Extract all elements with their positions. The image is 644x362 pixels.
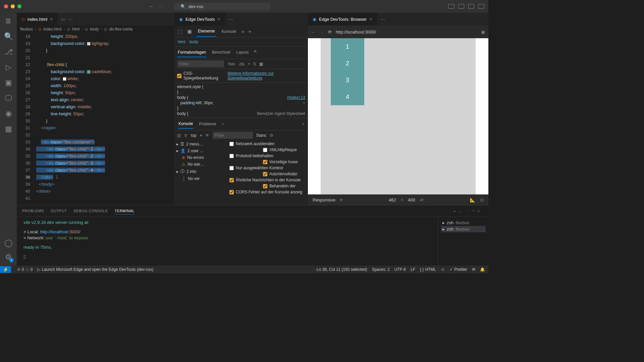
clear-icon[interactable]: ⊘: [184, 133, 187, 138]
tab-index-html[interactable]: ◇ index.html ×: [17, 13, 58, 25]
run-debug-icon[interactable]: ▷: [4, 63, 13, 72]
level-selector[interactable]: Stanc: [256, 133, 267, 138]
forward-icon[interactable]: →: [320, 29, 324, 35]
chevron-right-icon[interactable]: ▸: [176, 142, 178, 146]
code-content[interactable]: height: 200px; background-color: lightgr…: [36, 33, 174, 205]
focus-icon[interactable]: ◎: [480, 197, 484, 202]
bc-folder[interactable]: flexbox: [20, 27, 33, 32]
console-filter-input[interactable]: [213, 132, 253, 139]
command-center[interactable]: 🔍 dev-css: [174, 3, 271, 10]
plus-icon[interactable]: +: [303, 100, 305, 106]
gear-icon[interactable]: ⚙: [270, 133, 273, 138]
prettier-status[interactable]: ✓ Prettier: [449, 267, 467, 272]
rotate-icon[interactable]: ⇄: [420, 197, 424, 202]
url-bar[interactable]: http://localhost:3000/: [336, 29, 477, 35]
bc-body[interactable]: body: [90, 27, 99, 32]
account-icon[interactable]: ◯: [4, 239, 13, 247]
back-arrow-icon[interactable]: ←: [149, 3, 154, 9]
more-icon[interactable]: ⋯: [465, 209, 469, 213]
code-editor[interactable]: flexbox› ◇index.html› ◇html› ◇body› ◇div…: [17, 25, 174, 205]
cursor-position[interactable]: Ln 38, Col 11 (192 selected): [317, 267, 367, 272]
styles-filter-input[interactable]: [177, 60, 224, 67]
cls-toggle[interactable]: .cls: [238, 62, 245, 66]
bc-div[interactable]: div.flex-conta: [109, 27, 132, 32]
search-icon[interactable]: 🔍: [4, 32, 13, 41]
dom-breadcrumb[interactable]: html body: [174, 38, 308, 47]
rule-source-link[interactable]: (Index):13: [287, 95, 305, 100]
tab-output[interactable]: OUTPUT: [51, 207, 67, 215]
more-tabs-icon[interactable]: »: [241, 28, 244, 34]
more-icon[interactable]: ⋯: [381, 17, 385, 22]
errors-row[interactable]: No errors: [187, 155, 204, 160]
maximize-window[interactable]: [17, 4, 21, 8]
split-editor-icon[interactable]: ▭: [61, 17, 65, 22]
css-val[interactable]: 30px;: [204, 101, 213, 105]
bc-body[interactable]: body: [190, 40, 198, 44]
tab-formatvorlagen[interactable]: Formatvorlagen: [177, 48, 207, 57]
opt-checkbox[interactable]: [229, 178, 234, 182]
user-row[interactable]: 2 user …: [187, 148, 204, 153]
layout-icon[interactable]: [458, 4, 464, 9]
bc-file[interactable]: index.html: [43, 27, 62, 32]
forward-arrow-icon[interactable]: →: [158, 3, 164, 9]
copy-icon[interactable]: ⎘: [254, 62, 256, 66]
breadcrumb[interactable]: flexbox› ◇index.html› ◇html› ◇body› ◇div…: [17, 25, 174, 33]
feedback-icon[interactable]: ☺: [441, 267, 445, 272]
language-mode[interactable]: { } HTML: [420, 267, 436, 272]
toggle-icon[interactable]: ▣: [481, 29, 485, 35]
launch-status[interactable]: ▷ Launch Microsoft Edge and open the Edg…: [37, 267, 153, 272]
bell-icon[interactable]: 🔔: [480, 267, 485, 272]
more-icon[interactable]: ⋯: [229, 17, 233, 22]
close-window[interactable]: [4, 4, 8, 8]
close-icon[interactable]: ×: [50, 16, 53, 22]
maximize-icon[interactable]: ^: [472, 209, 474, 213]
close-icon[interactable]: ×: [302, 122, 305, 126]
indentation[interactable]: Spaces: 2: [372, 267, 390, 272]
eol[interactable]: LF: [411, 267, 415, 272]
encoding[interactable]: UTF-8: [394, 267, 406, 272]
opt-checkbox[interactable]: [229, 142, 234, 146]
source-control-icon[interactable]: ⎇: [4, 48, 13, 56]
tab-terminal[interactable]: TERMINAL: [115, 207, 135, 215]
layout-icon[interactable]: [478, 4, 484, 9]
styles-pane[interactable]: element.style { } (Index):13body { paddi…: [174, 83, 308, 118]
css-prop[interactable]: padding-left: [180, 101, 202, 105]
rule-body[interactable]: body {: [177, 95, 188, 100]
info-row[interactable]: 2 info: [186, 169, 196, 174]
close-icon[interactable]: ×: [217, 16, 220, 22]
opt-checkbox[interactable]: [229, 166, 234, 170]
context-selector[interactable]: top: [191, 133, 197, 138]
extensions-icon[interactable]: ▣: [4, 78, 13, 87]
tab-browser[interactable]: ◉ Edge DevTools: Browser ×: [308, 13, 377, 25]
images-icon[interactable]: ▦: [4, 125, 13, 133]
warnings-row[interactable]: No war…: [187, 162, 204, 167]
opt-checkbox[interactable]: [263, 184, 267, 188]
layout-icon[interactable]: [468, 4, 474, 9]
chevron-right-icon[interactable]: ▸: [176, 169, 178, 174]
opt-checkbox[interactable]: [229, 190, 234, 194]
plus-icon[interactable]: +: [222, 122, 224, 126]
device-icon[interactable]: ▣: [187, 28, 192, 35]
edge-icon[interactable]: ◉: [4, 109, 13, 118]
close-icon[interactable]: ×: [478, 209, 480, 213]
tab-elemente[interactable]: Elemente: [197, 26, 216, 37]
opt-checkbox[interactable]: [263, 172, 267, 176]
bc-html[interactable]: html: [178, 40, 185, 44]
eye-icon[interactable]: 👁: [205, 133, 209, 138]
settings-icon[interactable]: ⚙: [4, 253, 13, 261]
mirror-checkbox[interactable]: [177, 74, 181, 78]
tab-debug-console[interactable]: DEBUG CONSOLE: [73, 207, 108, 215]
remote-indicator[interactable]: ⚡: [0, 266, 11, 273]
chevron-right-icon[interactable]: ▸: [176, 148, 178, 153]
reload-icon[interactable]: ⟳: [328, 29, 332, 35]
mirror-link[interactable]: Weitere Informationen zur Spiegelbearbei…: [227, 71, 305, 80]
flex-icon[interactable]: ▦: [259, 62, 263, 66]
opt-checkbox[interactable]: [263, 160, 267, 164]
height-value[interactable]: 400: [408, 197, 415, 202]
remote-icon[interactable]: 🖵: [4, 94, 13, 103]
more-icon[interactable]: ⋯: [68, 17, 73, 22]
tab-probleme[interactable]: Probleme: [198, 120, 217, 128]
tab-devtools[interactable]: ◉ Edge DevTools ×: [174, 13, 225, 25]
plus-icon[interactable]: +: [248, 28, 251, 34]
more-icon[interactable]: »: [254, 48, 257, 57]
